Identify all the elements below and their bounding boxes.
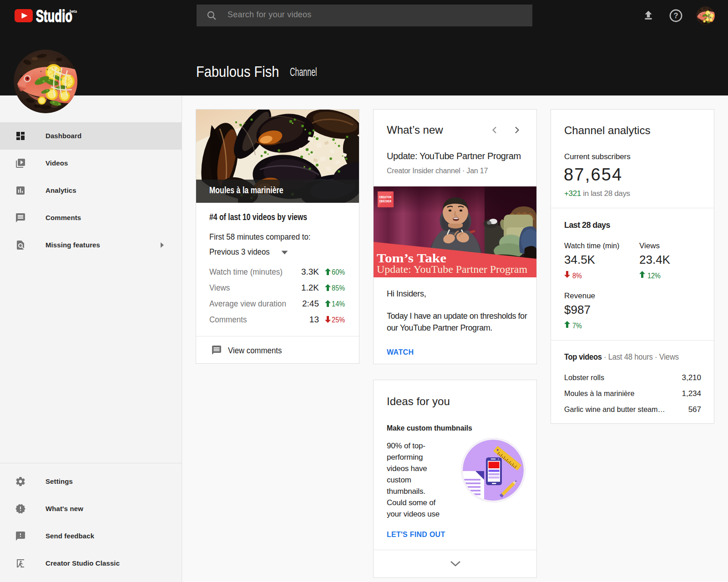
svg-text:INSIDER: INSIDER [379,200,392,203]
svg-text:CREATOR: CREATOR [379,196,392,199]
svg-text:Update: YouTube Partner Progra: Update: YouTube Partner Program [377,263,527,275]
svg-text:?: ? [674,11,678,20]
